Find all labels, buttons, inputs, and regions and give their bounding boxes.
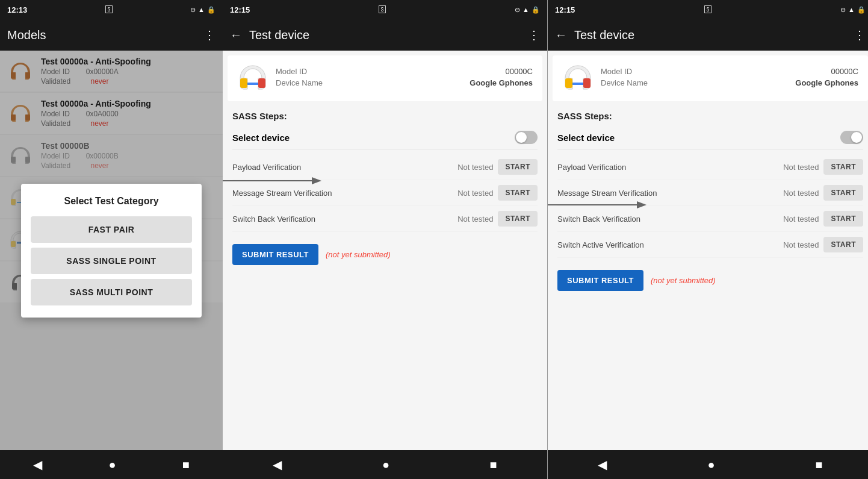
- device-meta-3: Model ID 00000C Device Name Google Gphon…: [601, 67, 858, 90]
- sass-title-3: SASS Steps:: [557, 111, 863, 121]
- back-btn-3[interactable]: ←: [555, 28, 567, 42]
- modal-title: Select Test Category: [31, 196, 192, 207]
- test-status-3-3: Not tested: [777, 240, 819, 249]
- test-label-2-2: Switch Back Verification: [232, 214, 451, 224]
- app-bar-2: ← Test device ⋮: [223, 19, 547, 51]
- phones-row: 12:15 🅂 ⊖ ▲ 🔒 ← Test device ⋮: [223, 0, 868, 479]
- test-label-3-2: Switch Back Verification: [557, 214, 777, 224]
- nav-back-2[interactable]: ◀: [261, 452, 294, 477]
- time-1: 12:13: [7, 5, 27, 14]
- app-bar-title-3: Test device: [574, 28, 854, 42]
- back-btn-2[interactable]: ←: [230, 28, 242, 42]
- test-row-2-0: Payload Verification Not tested START: [232, 154, 538, 180]
- sass-title-2: SASS Steps:: [232, 111, 538, 121]
- test-label-2-0: Payload Verification: [232, 163, 451, 172]
- icon-battery-3: 🔒: [857, 6, 866, 14]
- status-icons-3: ⊖ ▲ 🔒: [840, 6, 866, 14]
- test-label-2-1: Message Stream Verification: [232, 189, 451, 198]
- test-device-screen-3: Model ID 00000C Device Name Google Gphon…: [548, 51, 868, 450]
- status-icon-sim-3: 🅂: [704, 5, 711, 14]
- icon-minus-circle-2: ⊖: [515, 6, 520, 14]
- icon-wifi-3: ▲: [848, 6, 855, 13]
- select-device-toggle-3[interactable]: [840, 131, 863, 144]
- models-screen: Test 00000a - Anti-Spoofing Model ID 0x0…: [0, 51, 223, 450]
- submit-row-2: SUBMIT RESULT (not yet submitted): [223, 237, 547, 272]
- status-icons-2: ⊖ ▲ 🔒: [515, 6, 540, 14]
- start-btn-3-1[interactable]: START: [823, 185, 863, 201]
- test-status-3-2: Not tested: [777, 214, 819, 224]
- test-label-3-0: Payload Verification: [557, 163, 777, 172]
- not-submitted-2: (not yet submitted): [326, 250, 391, 259]
- nav-square-2[interactable]: ■: [478, 453, 509, 477]
- nav-home-1[interactable]: ●: [96, 453, 128, 477]
- select-device-toggle-2[interactable]: [515, 131, 538, 144]
- toggle-knob-3: [851, 132, 862, 143]
- nav-square-1[interactable]: ■: [170, 453, 202, 477]
- test-row-2-1: Message Stream Verification Not tested S…: [232, 180, 538, 206]
- icon-minus-circle: ⊖: [190, 6, 196, 14]
- sass-single-point-btn[interactable]: SASS SINGLE POINT: [31, 248, 192, 274]
- submit-row-3: SUBMIT RESULT (not yet submitted): [548, 263, 868, 298]
- phone-2: 12:15 🅂 ⊖ ▲ 🔒 ← Test device ⋮: [223, 0, 548, 479]
- test-row-3-3: Switch Active Verification Not tested ST…: [557, 232, 863, 258]
- nav-bar-3: ◀ ● ■: [548, 450, 868, 479]
- phone-1: 12:13 🅂 ⊖ ▲ 🔒 Models ⋮ Test 00000a - Ant…: [0, 0, 223, 479]
- status-bar-1: 12:13 🅂 ⊖ ▲ 🔒: [0, 0, 223, 19]
- test-status-3-1: Not tested: [777, 189, 819, 198]
- status-bar-2: 12:15 🅂 ⊖ ▲ 🔒: [223, 0, 547, 19]
- test-row-3-1: Message Stream Verification Not tested S…: [557, 180, 863, 206]
- sass-multi-point-btn[interactable]: SASS MULTI POINT: [31, 279, 192, 305]
- submit-btn-3[interactable]: SUBMIT RESULT: [557, 270, 643, 291]
- status-icons-1: ⊖ ▲ 🔒: [190, 6, 215, 14]
- app-bar-title-1: Models: [7, 28, 203, 42]
- svg-rect-14: [240, 78, 247, 88]
- more-menu-icon-2[interactable]: ⋮: [528, 28, 540, 42]
- device-info-card-3: Model ID 00000C Device Name Google Gphon…: [553, 55, 868, 101]
- svg-rect-18: [583, 78, 591, 88]
- select-device-row-3: Select device: [557, 126, 863, 149]
- test-status-2-1: Not tested: [451, 189, 493, 198]
- sass-section-2: SASS Steps: Select device Payload Verifi…: [223, 106, 547, 237]
- start-btn-2-0[interactable]: START: [498, 159, 538, 175]
- sass-section-3: SASS Steps: Select device Payload Verifi…: [548, 106, 868, 263]
- toggle-knob-2: [516, 132, 527, 143]
- test-status-2-0: Not tested: [451, 163, 493, 172]
- start-btn-3-2[interactable]: START: [823, 211, 863, 227]
- status-bar-3: 12:15 🅂 ⊖ ▲ 🔒: [548, 0, 868, 19]
- svg-rect-15: [258, 78, 265, 88]
- nav-bar-1: ◀ ● ■: [0, 450, 223, 479]
- more-menu-icon-1[interactable]: ⋮: [203, 28, 215, 42]
- test-device-screen-2: Model ID 00000C Device Name Google Gphon…: [223, 51, 547, 450]
- middle-area: 12:15 🅂 ⊖ ▲ 🔒 ← Test device ⋮: [223, 0, 868, 479]
- start-btn-3-0[interactable]: START: [823, 159, 863, 175]
- icon-battery-2: 🔒: [532, 6, 540, 14]
- start-btn-3-3[interactable]: START: [823, 237, 863, 252]
- nav-home-3[interactable]: ●: [695, 453, 727, 477]
- device-meta-row-devicename-3: Device Name Google Gphones: [601, 78, 858, 87]
- nav-back-1[interactable]: ◀: [21, 452, 54, 477]
- nav-bar-2: ◀ ● ■: [223, 450, 547, 479]
- more-menu-icon-3[interactable]: ⋮: [854, 28, 866, 42]
- nav-square-3[interactable]: ■: [803, 453, 834, 477]
- not-submitted-3: (not yet submitted): [651, 276, 716, 285]
- nav-back-3[interactable]: ◀: [586, 452, 619, 477]
- test-status-3-0: Not tested: [777, 163, 819, 172]
- status-icon-sim: 🅂: [105, 5, 113, 14]
- test-row-3-0: Payload Verification Not tested START: [557, 154, 863, 180]
- device-info-card-2: Model ID 00000C Device Name Google Gphon…: [228, 55, 542, 101]
- status-icon-sim-2: 🅂: [379, 5, 386, 14]
- submit-btn-2[interactable]: SUBMIT RESULT: [232, 244, 318, 265]
- start-btn-2-2[interactable]: START: [498, 211, 538, 227]
- nav-home-2[interactable]: ●: [370, 453, 401, 477]
- app-bar-title-2: Test device: [249, 28, 528, 42]
- modal-box: Select Test Category FAST PAIR SASS SING…: [21, 184, 202, 318]
- fast-pair-btn[interactable]: FAST PAIR: [31, 216, 192, 243]
- select-device-row-2: Select device: [232, 126, 538, 149]
- app-bar-1: Models ⋮: [0, 19, 223, 51]
- test-row-2-2: Switch Back Verification Not tested STAR…: [232, 206, 538, 232]
- test-label-3-3: Switch Active Verification: [557, 240, 777, 249]
- start-btn-2-1[interactable]: START: [498, 185, 538, 201]
- icon-wifi-2: ▲: [522, 6, 529, 13]
- app-bar-3: ← Test device ⋮: [548, 19, 868, 51]
- test-status-2-2: Not tested: [451, 214, 493, 224]
